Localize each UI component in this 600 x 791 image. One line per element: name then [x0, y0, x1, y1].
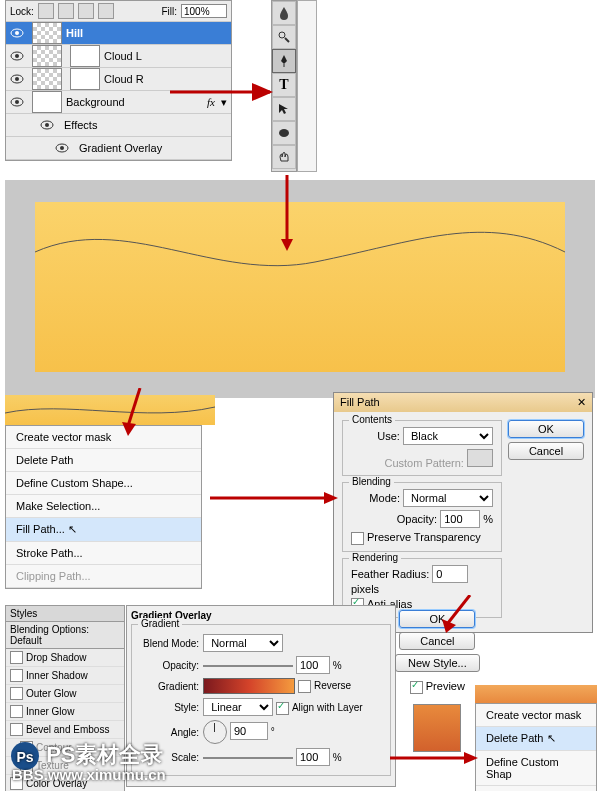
preview-label: Preview	[426, 680, 465, 692]
cursor-icon: ↖	[68, 523, 77, 535]
angle-input[interactable]	[230, 722, 268, 740]
style-inner-shadow[interactable]: Inner Shadow	[6, 667, 124, 685]
svg-point-12	[279, 32, 285, 38]
effects-label: Effects	[64, 119, 97, 131]
tool-area: T	[271, 0, 317, 172]
group-label: Gradient	[138, 618, 182, 629]
fill-value-input[interactable]: 100%	[181, 4, 227, 18]
lock-position-icon[interactable]	[78, 3, 94, 19]
menu-define-custom-shape[interactable]: Define Custom Shap	[476, 751, 596, 786]
style-bevel-emboss[interactable]: Bevel and Emboss	[6, 721, 124, 739]
feather-input[interactable]	[432, 565, 468, 583]
layer-style-buttons: OK Cancel New Style... Preview	[395, 610, 480, 752]
arrow-icon	[390, 750, 480, 770]
layer-row-hill[interactable]: Hill	[6, 22, 231, 45]
svg-point-3	[15, 54, 19, 58]
visibility-icon[interactable]	[38, 116, 56, 134]
menu-define-custom-shape[interactable]: Define Custom Shape...	[6, 472, 201, 495]
ok-button[interactable]: OK	[399, 610, 475, 628]
fx-badge[interactable]: fx	[207, 96, 215, 108]
svg-text:Ps: Ps	[16, 749, 33, 765]
scale-slider[interactable]	[203, 757, 293, 759]
align-checkbox[interactable]	[276, 702, 289, 715]
gradient-preview[interactable]	[203, 678, 295, 694]
menu-delete-path[interactable]: Delete Path ↖	[476, 727, 596, 751]
group-label: Blending	[349, 476, 394, 487]
svg-point-9	[45, 123, 49, 127]
hand-tool[interactable]	[272, 145, 296, 169]
style-outer-glow[interactable]: Outer Glow	[6, 685, 124, 703]
pen-tool[interactable]	[272, 49, 296, 73]
opacity-input[interactable]	[440, 510, 480, 528]
expand-icon[interactable]: ▾	[221, 96, 227, 109]
preview-checkbox[interactable]	[410, 681, 423, 694]
canvas-area[interactable]	[35, 202, 565, 372]
visibility-icon[interactable]	[8, 47, 26, 65]
visibility-icon[interactable]	[8, 70, 26, 88]
menu-stroke-path[interactable]: Stroke Path...	[6, 542, 201, 565]
cancel-button[interactable]: Cancel	[508, 442, 584, 460]
pattern-swatch	[467, 449, 493, 467]
mode-label: Mode:	[369, 492, 400, 504]
angle-dial[interactable]	[203, 720, 227, 744]
reverse-checkbox[interactable]	[298, 680, 311, 693]
preserve-transparency-checkbox[interactable]	[351, 532, 364, 545]
gradient-overlay-row[interactable]: Gradient Overlay	[6, 137, 231, 160]
gradient-label: Gradient:	[142, 677, 200, 695]
layer-name: Cloud L	[104, 50, 142, 62]
type-tool[interactable]: T	[272, 73, 296, 97]
effects-row[interactable]: Effects	[6, 114, 231, 137]
scale-input[interactable]	[296, 748, 330, 766]
cancel-button[interactable]: Cancel	[399, 632, 475, 650]
dodge-tool[interactable]	[272, 25, 296, 49]
opacity-label: Opacity:	[397, 513, 437, 525]
layer-name: Background	[66, 96, 125, 108]
lock-pixels-icon[interactable]	[58, 3, 74, 19]
opacity-input[interactable]	[296, 656, 330, 674]
menu-fill-path[interactable]: Fill Path... ↖	[6, 518, 201, 542]
use-select[interactable]: Black	[403, 427, 493, 445]
style-drop-shadow[interactable]: Drop Shadow	[6, 649, 124, 667]
styles-header[interactable]: Styles	[6, 606, 124, 622]
dialog-titlebar[interactable]: Fill Path ✕	[334, 393, 592, 412]
menu-make-selection[interactable]: Make Selection...	[476, 786, 596, 791]
lock-row: Lock: Fill: 100%	[6, 1, 231, 22]
opacity-slider[interactable]	[203, 665, 293, 667]
style-inner-glow[interactable]: Inner Glow	[6, 703, 124, 721]
menu-create-vector-mask[interactable]: Create vector mask	[476, 704, 596, 727]
layer-name: Hill	[66, 27, 83, 39]
layer-row-cloud-r[interactable]: Cloud R	[6, 68, 231, 91]
svg-point-1	[15, 31, 19, 35]
menu-make-selection[interactable]: Make Selection...	[6, 495, 201, 518]
menu-create-vector-mask[interactable]: Create vector mask	[6, 426, 201, 449]
lock-transparency-icon[interactable]	[38, 3, 54, 19]
close-icon[interactable]: ✕	[577, 396, 586, 409]
menu-delete-path[interactable]: Delete Path	[6, 449, 201, 472]
canvas-snippet	[5, 395, 215, 425]
cursor-icon: ↖	[547, 732, 556, 744]
layer-name: Cloud R	[104, 73, 144, 85]
ok-button[interactable]: OK	[508, 420, 584, 438]
path-select-tool[interactable]	[272, 97, 296, 121]
visibility-icon[interactable]	[8, 93, 26, 111]
svg-point-15	[279, 129, 289, 137]
layer-row-background[interactable]: Background fx ▾	[6, 91, 231, 114]
visibility-icon[interactable]	[8, 24, 26, 42]
layer-row-cloud-l[interactable]: Cloud L	[6, 45, 231, 68]
mode-select[interactable]: Normal	[403, 489, 493, 507]
blur-tool[interactable]	[272, 1, 296, 25]
blend-mode-select[interactable]: Normal	[203, 634, 283, 652]
visibility-icon[interactable]	[53, 139, 71, 157]
lock-all-icon[interactable]	[98, 3, 114, 19]
path-context-menu-2: Create vector mask Delete Path ↖ Define …	[475, 703, 597, 791]
style-select[interactable]: Linear	[203, 698, 273, 716]
menu-clipping-path[interactable]: Clipping Path...	[6, 565, 201, 588]
new-style-button[interactable]: New Style...	[395, 654, 480, 672]
use-label: Use:	[377, 430, 400, 442]
canvas-snippet-2	[475, 685, 597, 703]
path-context-menu: Create vector mask Delete Path Define Cu…	[5, 425, 202, 589]
custom-pattern-label: Custom Pattern:	[384, 457, 463, 469]
preserve-label: Preserve Transparency	[367, 531, 481, 543]
shape-tool[interactable]	[272, 121, 296, 145]
blending-options[interactable]: Blending Options: Default	[6, 622, 124, 649]
